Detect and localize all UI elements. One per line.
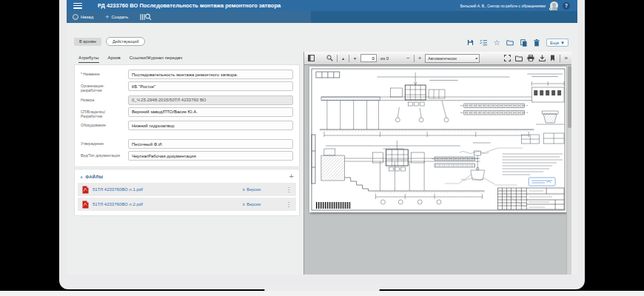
select-spinner-icon: ▴▾ [475,56,477,60]
app-toolbar: ← Назад + Создать [67,11,577,23]
pdf-toolbar-right: » [504,55,568,62]
pdf-file-icon [82,186,89,194]
tab-archive[interactable]: Архив [108,55,121,63]
presentation-mode-button[interactable] [504,55,511,61]
pdf-scrollbar[interactable] [566,65,571,275]
page-next-button[interactable]: ▼ [353,56,357,61]
print-button[interactable] [527,55,534,61]
online-status-dot [549,7,552,10]
favorite-button[interactable]: ☆ [493,39,500,47]
scan-search-button[interactable] [134,11,158,23]
user-name: Бельский А. В., Сектор по работе с обращ… [460,4,546,8]
separator [560,55,560,62]
delete-button[interactable] [533,39,540,47]
page-count-label: из 0 [380,56,389,61]
monitor-frame: РД 4233760 ВО Последовательность монтажа… [59,0,585,289]
file-menu-button[interactable]: ⋮ [286,186,292,193]
versions-label: Версии [246,187,261,192]
owner-input[interactable] [128,107,293,117]
sidebar-toggle-icon [308,55,315,61]
file-row: 51ТЛ 4233760ВО л.2.pdf ∨ Версии ⋮ [78,198,296,211]
avatar[interactable] [550,1,558,10]
header-right: Бельский А. В., Сектор по работе с обращ… [460,1,570,10]
document-actions: ☆ [466,38,568,47]
back-arrow-icon: ← [73,14,78,20]
file-link[interactable]: 51ТЛ 4233760ВО л.1.pdf [93,187,143,192]
collapse-icon: ∧ [80,175,83,179]
versions-toggle[interactable]: ∨ Версии [242,187,261,192]
page-prev-button[interactable]: ▲ [341,56,345,61]
field-owner: СП/Владелец/ Разработчик [81,107,293,119]
file-row: 51ТЛ 4233760ВО л.1.pdf ∨ Версии ⋮ [78,183,296,196]
developer-org-input[interactable] [128,81,293,91]
open-folder-icon [515,56,523,61]
technical-drawing [309,67,567,212]
bookmark-icon [550,55,555,61]
tab-links[interactable]: Ссылки/Журнал передач [130,55,182,63]
zoom-in-button[interactable]: + [418,56,422,61]
files-collapse-toggle[interactable]: ∧ ФАЙЛЫ [80,175,103,179]
save-button[interactable] [466,39,474,47]
screen: РД 4233760 ВО Последовательность монтажа… [67,0,577,275]
back-label: Назад [81,15,93,19]
sidebar-toggle-button[interactable] [308,55,315,61]
technical-drawing-page [309,67,567,212]
save-icon [467,39,474,46]
more-tools-button[interactable]: » [565,55,568,61]
add-file-button[interactable]: + [289,173,294,180]
versions-toggle[interactable]: ∨ Версии [242,202,261,206]
field-label: Утверждение [81,139,128,149]
chevron-down-icon: ∨ [242,187,245,192]
field-approval: Утверждение [81,139,293,149]
zoom-out-button[interactable]: − [406,56,410,61]
equipment-input[interactable] [128,121,293,130]
tabs: Атрибуты Архив Ссылки/Журнал передач [78,55,182,63]
active-status-button[interactable]: Действующий [106,37,145,46]
help-icon[interactable]: ? [563,2,570,10]
status-row: В архиве Действующий [74,37,145,46]
scrollbar-thumb[interactable] [568,66,571,128]
pdf-search-button[interactable] [326,55,333,61]
checklist-icon [480,39,487,46]
folder-button[interactable] [506,39,514,47]
field-label: * Название [81,70,128,79]
versions-label: Версии [246,202,261,206]
files-section: ∧ ФАЙЛЫ + 51ТЛ 4233760ВО л.1.pdf ∨ Верси… [74,169,300,216]
field-label: Вид/Тип документации [81,151,128,161]
field-doc-type: Вид/Тип документации [81,151,293,161]
file-menu-button[interactable]: ⋮ [286,201,292,208]
download-button[interactable] [539,55,546,61]
open-file-button[interactable] [515,56,523,61]
desk-surface [0,291,644,296]
more-button[interactable]: Ещё ▼ [546,38,568,47]
separator [414,55,415,62]
bookmark-button[interactable] [550,55,555,61]
files-title: ФАЙЛЫ [85,175,103,179]
archived-status-button[interactable]: В архиве [74,38,101,46]
tab-attributes[interactable]: Атрибуты [78,55,99,63]
scale-select[interactable]: Автоматически ▴▾ [425,54,480,63]
pdf-toolbar: ▲ ▼ из 0 − + Автоматически ▴▾ [304,52,571,65]
pdf-viewer: ▲ ▼ из 0 − + Автоматически ▴▾ [303,52,571,275]
copy-button[interactable] [520,39,527,47]
app-header: РД 4233760 ВО Последовательность монтажа… [67,0,577,11]
create-button[interactable]: + Создать [99,11,134,23]
numbers-input[interactable] [128,95,293,105]
name-input[interactable] [128,70,293,79]
field-label: Оборудование [81,121,128,130]
separator [337,55,338,62]
files-header: ∧ ФАЙЛЫ + [78,172,296,183]
approval-input[interactable] [128,139,293,149]
page-number-input[interactable] [360,54,377,62]
printer-icon [527,55,534,61]
doc-type-input[interactable] [128,151,293,161]
field-name: * Название [81,70,293,79]
field-numbers: Номера [81,95,293,105]
checklist-button[interactable] [480,39,487,47]
menu-icon[interactable] [73,3,82,9]
copy-icon [520,39,527,47]
file-link[interactable]: 51ТЛ 4233760ВО л.2.pdf [93,202,143,206]
back-button[interactable]: ← Назад [67,11,99,23]
main-content: В архиве Действующий [67,23,577,275]
fullscreen-icon [504,55,511,61]
